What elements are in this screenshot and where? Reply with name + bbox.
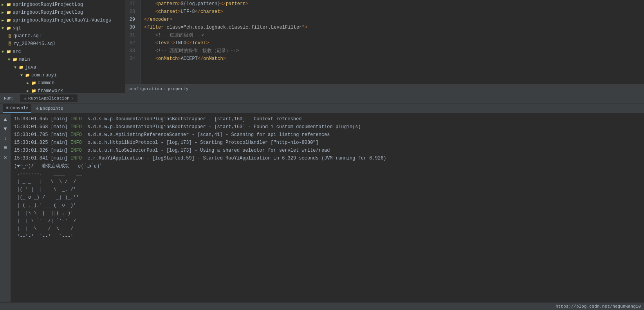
sidebar-label-framework: framework [38, 88, 63, 93]
console-line-13: | |\ \ | ||(_,_)' [14, 209, 641, 217]
line-number-28: 28 [125, 8, 137, 16]
breadcrumb-item-1: configuration [128, 87, 162, 91]
file-icon-quartz-sql: 🗄 [8, 34, 12, 38]
sidebar-item-common[interactable]: ▶ 📁 common [0, 79, 125, 87]
code-line-31: <!-- 过滤的级别 --> [144, 31, 644, 39]
endpoints-icon: ⊕ [36, 106, 38, 111]
line-number-33: 33 [125, 47, 137, 55]
tool-buttons-bar: ▲ ▼ ↓ ≡ ✕ [0, 114, 11, 302]
sidebar-item-springbootRuoyi-projectlog[interactable]: ▶ 📁 springbootRuoyiProjectlog [0, 9, 125, 16]
file-icon-springbootRuoyi-log: ▶ 📁 [2, 2, 11, 7]
console-tab-bar: ≡ Console ⊕ Endpoints [0, 103, 644, 114]
run-tab-bar: Run: ☕ RuoYiApplication ✕ [0, 93, 644, 103]
console-line-4: 15:33:01.826 [main] INFO o.a.t.u.n.NioSe… [14, 147, 641, 154]
code-line-27: <pattern>${log.pattern}</pattern> [144, 0, 644, 8]
console-line-10: |( ' ) | \ _. /' [14, 186, 641, 194]
tab-endpoints[interactable]: ⊕ Endpoints [33, 104, 66, 113]
breadcrumb: configuration › property [125, 84, 644, 93]
file-icon-main: ▼ 📁 [8, 57, 17, 62]
console-line-14: | | \ `' /| `'-' / [14, 217, 641, 225]
sidebar-item-quartz-sql[interactable]: 🗄 quartz.sql [0, 32, 125, 40]
sidebar-item-com-ruoyi[interactable]: ▼ 📁 com.ruoyi [0, 71, 125, 79]
blog-url: https://blog.csdn.net/hequnwang10 [556, 304, 641, 309]
line-number-30: 30 [125, 24, 137, 31]
endpoints-tab-label: Endpoints [40, 106, 63, 111]
console-line-8: .-------. ____ __ [14, 170, 641, 178]
sidebar-label-springbootRuoyi-log: springbootRuoyiProjectLog [13, 2, 83, 7]
sidebar-label-java: java [25, 65, 36, 70]
file-icon-springbootRuoyi-projectlog: ▶ 📁 [2, 10, 11, 15]
line-number-32: 32 [125, 39, 137, 47]
tab-console[interactable]: ≡ Console [3, 104, 31, 113]
file-icon-src: ▼ 📁 [2, 49, 11, 54]
console-wrapper: ▲ ▼ ↓ ≡ ✕ 15:33:01.655 [main] INFO s.d.s… [0, 114, 644, 302]
code-editor: 2728293031323334 <pattern>${log.pattern}… [125, 0, 644, 93]
console-line-16: '--'-' `--' `---' [14, 233, 641, 241]
code-line-30: <filter class="ch.qos.logback.classic.fi… [144, 24, 644, 31]
breadcrumb-item-2: property [168, 87, 188, 91]
close-run-tab[interactable]: ✕ [71, 96, 74, 101]
run-app-name: RuoYiApplication [28, 96, 70, 101]
sidebar-item-sql[interactable]: ▼ 📁 sql [0, 24, 125, 32]
console-tab-label: Console [10, 106, 28, 111]
sidebar-label-common: common [38, 80, 54, 86]
code-line-28: <charset>UTF-8</charset> [144, 8, 644, 16]
code-line-33: <!-- 匹配时的操作：接收（记录）--> [144, 47, 644, 55]
console-line-11: |(_ o _) / _( )_.'' [14, 194, 641, 201]
breadcrumb-separator: › [164, 87, 166, 91]
file-tree-sidebar: ▶ 📁 springbootRuoyiProjectLog▶ 📁 springb… [0, 0, 125, 93]
console-line-0: 15:33:01.655 [main] INFO s.d.s.w.p.Docum… [14, 115, 641, 123]
clear-console-btn[interactable]: ✕ [1, 153, 10, 161]
console-section: ≡ Console ⊕ Endpoints ▲ ▼ ↓ ≡ ✕ 15:33:01… [0, 103, 644, 302]
wrap-btn[interactable]: ≡ [1, 143, 10, 152]
file-icon-framework: ▶ 📁 [27, 89, 36, 93]
file-icon-ry-sql: 🗄 [8, 42, 12, 46]
line-number-31: 31 [125, 31, 137, 39]
bottom-bar: https://blog.csdn.net/hequnwang10 [0, 302, 644, 310]
console-line-5: 15:33:01.841 [main] INFO c.r.RuoYiApplic… [14, 154, 641, 162]
scroll-down-btn[interactable]: ▼ [1, 125, 10, 133]
sidebar-label-quartz-sql: quartz.sql [13, 33, 41, 39]
code-line-29: </encoder> [144, 16, 644, 24]
file-icon-springbootRuoyi-vuelogs: ▶ 📁 [2, 18, 11, 23]
line-numbers: 2728293031323334 [125, 0, 141, 84]
top-area: ▶ 📁 springbootRuoyiProjectLog▶ 📁 springb… [0, 0, 644, 93]
line-number-34: 34 [125, 55, 137, 63]
console-line-9: | _ _ | \ \ / / [14, 178, 641, 186]
code-line-34: <onMatch>ACCEPT</onMatch> [144, 55, 644, 63]
sidebar-label-springbootRuoyi-projectlog: springbootRuoyiProjectlog [13, 10, 83, 15]
file-icon-sql: ▼ 📁 [2, 26, 11, 31]
sidebar-item-src[interactable]: ▼ 📁 src [0, 48, 125, 56]
file-icon-java: ▼ 📁 [14, 65, 23, 70]
sidebar-label-sql: sql [13, 25, 21, 31]
code-line-32: <level>INFO</level> [144, 39, 644, 47]
file-icon-com-ruoyi: ▼ 📁 [20, 73, 30, 78]
sidebar-label-com-ruoyi: com.ruoyi [31, 73, 57, 78]
sidebar-item-ry-sql[interactable]: 🗄 ry_20200415.sql [0, 40, 125, 48]
run-area: ≡ Console ⊕ Endpoints ▲ ▼ ↓ ≡ ✕ 15:33:01… [0, 103, 644, 302]
sidebar-label-main: main [19, 57, 30, 62]
scroll-to-bottom-btn[interactable]: ↓ [1, 134, 10, 143]
sidebar-label-src: src [13, 49, 21, 54]
code-content: <pattern>${log.pattern}</pattern> <chars… [141, 0, 644, 84]
sidebar-item-main[interactable]: ▼ 📁 main [0, 56, 125, 63]
sidebar-label-springbootRuoyi-vuelogs: springbootRuoyiProjectRuoYi-Vuelogs [13, 18, 111, 23]
sidebar-item-framework[interactable]: ▶ 📁 framework [0, 87, 125, 93]
run-app-tab[interactable]: ☕ RuoYiApplication ✕ [20, 94, 78, 103]
console-icon: ≡ [6, 106, 9, 110]
console-line-12: | (_,_).' __ (__o _)' [14, 201, 641, 209]
file-icon-common: ▶ 📁 [27, 81, 36, 85]
sidebar-item-springbootRuoyi-vuelogs[interactable]: ▶ 📁 springbootRuoyiProjectRuoYi-Vuelogs [0, 16, 125, 24]
sidebar-item-springbootRuoyi-log[interactable]: ▶ 📁 springbootRuoyiProjectLog [0, 1, 125, 9]
line-number-29: 29 [125, 16, 137, 24]
line-number-27: 27 [125, 0, 137, 8]
console-line-2: 15:33:01.705 [main] INFO s.d.s.w.s.ApiLi… [14, 131, 641, 139]
console-output: 15:33:01.655 [main] INFO s.d.s.w.p.Docum… [11, 114, 644, 302]
sidebar-item-java[interactable]: ▼ 📁 java [0, 63, 125, 71]
sidebar-label-ry-sql: ry_20200415.sql [13, 41, 56, 47]
console-line-6: (♥◠‿◠)ﾉﾞ 若依启动成功 ლ(´ڡ`ლ)ﾞ [14, 162, 641, 170]
run-label: Run: [2, 95, 16, 102]
app-icon: ☕ [24, 96, 27, 101]
scroll-up-btn[interactable]: ▲ [1, 115, 10, 124]
console-line-15: | | \ / \ / [14, 225, 641, 233]
